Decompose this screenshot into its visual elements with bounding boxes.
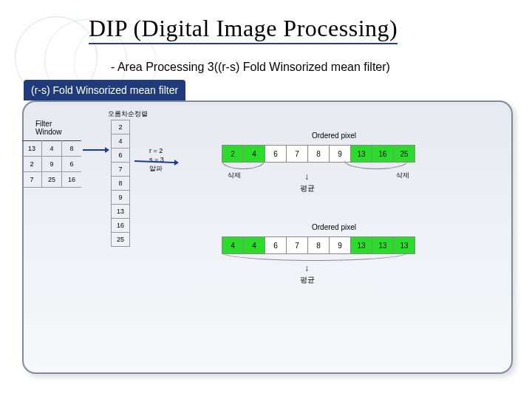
sorted-column: 2 4 6 7 8 9 13 16 25 bbox=[111, 120, 130, 247]
filter-window-label: Filter Window bbox=[35, 120, 62, 136]
delete-left-label: 삭제 bbox=[228, 171, 241, 180]
section-tab: (r-s) Fold Winsorized mean filter bbox=[24, 80, 185, 100]
sorted-label: 오름차순정렬 bbox=[108, 109, 148, 119]
down-arrow-icon: ↓ bbox=[304, 171, 309, 182]
ordered-label-2: Ordered pixel bbox=[312, 223, 356, 231]
ordered-row-1: 2 4 6 7 8 9 13 16 25 bbox=[222, 145, 415, 163]
rs-note: r = 2 s = 3 알파 bbox=[149, 146, 164, 173]
down-arrow-icon: ↓ bbox=[304, 263, 309, 273]
arrow-icon bbox=[83, 149, 105, 151]
page-subtitle: - Area Processing 3((r-s) Fold Winsorize… bbox=[111, 61, 390, 74]
ordered-row-2: 4 4 6 7 8 9 13 13 13 bbox=[222, 236, 415, 254]
average-label-2: 평균 bbox=[300, 275, 315, 285]
filter-window-grid: 1348 296 72516 bbox=[22, 140, 81, 188]
ordered-label-1: Ordered pixel bbox=[312, 132, 356, 140]
delete-right-label: 삭제 bbox=[396, 171, 409, 180]
average-label-1: 평균 bbox=[300, 183, 315, 194]
page-title: DIP (Digital Image Processing) bbox=[89, 15, 398, 42]
